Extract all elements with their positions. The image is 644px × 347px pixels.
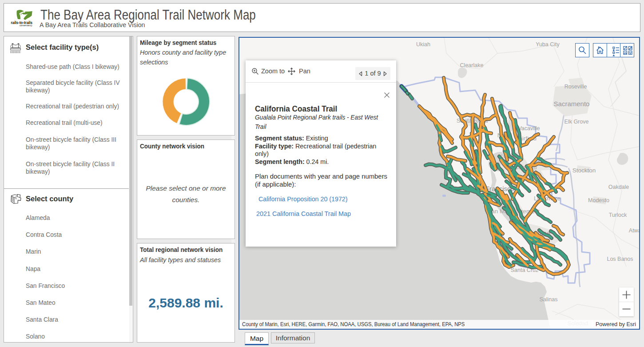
svg-text:Sacramento: Sacramento: [554, 100, 590, 108]
svg-text:Vacaville: Vacaville: [518, 125, 540, 132]
svg-text:Ukiah: Ukiah: [416, 41, 430, 48]
svg-text:Clearlake: Clearlake: [460, 62, 484, 68]
svg-text:Modesto: Modesto: [588, 197, 609, 203]
svg-text:Yuba City: Yuba City: [536, 41, 560, 48]
svg-text:Oakdale: Oakdale: [608, 184, 629, 190]
svg-text:Atwater: Atwater: [629, 227, 639, 234]
svg-text:Salinas: Salinas: [540, 296, 558, 303]
svg-text:Roseville: Roseville: [564, 84, 587, 90]
svg-text:Los Banos: Los Banos: [607, 256, 633, 262]
svg-text:Stockton: Stockton: [572, 167, 596, 174]
svg-text:Elk Grove: Elk Grove: [564, 119, 589, 125]
svg-text:Turlock: Turlock: [609, 212, 627, 218]
svg-text:conservancy: conservancy: [20, 24, 32, 27]
